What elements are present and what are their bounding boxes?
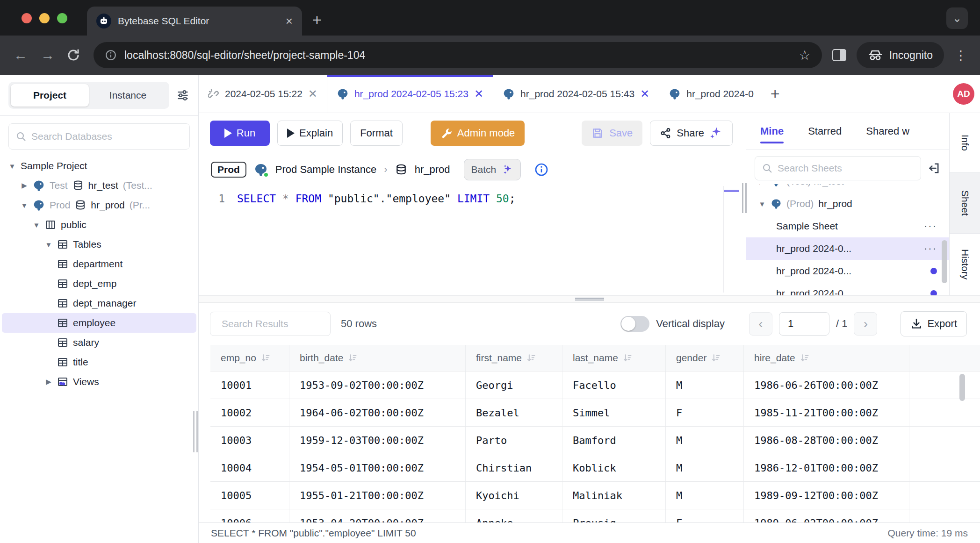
url-text[interactable]: localhost:8080/sql-editor/sheet/project-… xyxy=(124,49,792,62)
sheet-item-4[interactable]: hr_prod 2024-0 xyxy=(746,282,949,295)
vertical-display-toggle[interactable] xyxy=(620,316,649,332)
cell[interactable]: M xyxy=(666,482,744,509)
sheet-tab-unsaved[interactable]: 2024-02-05 15:22 ✕ xyxy=(199,75,327,113)
database-search-input[interactable] xyxy=(31,131,183,142)
sidebar-resize-handle[interactable] xyxy=(193,411,198,452)
caret-down-icon[interactable]: ▼ xyxy=(21,201,28,209)
sort-icon[interactable] xyxy=(261,353,270,363)
sort-icon[interactable] xyxy=(800,353,809,363)
column-header[interactable]: emp_no xyxy=(210,345,289,371)
results-search-input[interactable] xyxy=(222,318,348,329)
tab-history[interactable]: History xyxy=(950,234,980,295)
table-row[interactable]: 10001 1953-09-02T00:00:00Z Georgi Facell… xyxy=(210,372,980,399)
table-scrollbar[interactable] xyxy=(959,374,965,401)
cell[interactable]: 1959-12-03T00:00:00Z xyxy=(289,427,466,454)
cell[interactable]: 1953-09-02T00:00:00Z xyxy=(289,372,466,399)
tree-item-table-salary[interactable]: salary xyxy=(0,333,198,352)
run-button[interactable]: Run xyxy=(210,121,270,146)
tree-item-hr-prod[interactable]: ▼ Prod hr_prod (Pr... xyxy=(0,195,198,215)
caret-down-icon[interactable]: ▼ xyxy=(33,221,40,229)
column-header[interactable]: birth_date xyxy=(289,345,466,371)
tab-info[interactable]: Info xyxy=(950,113,980,173)
zoom-window-button[interactable] xyxy=(57,13,67,23)
tab-search-chevron-icon[interactable]: ⌄ xyxy=(946,7,968,29)
sheet-item-current[interactable]: hr_prod 2024-0... ··· xyxy=(746,237,949,260)
cell[interactable]: 1964-06-02T00:00:00Z xyxy=(289,399,466,426)
tab-starred[interactable]: Starred xyxy=(808,113,842,149)
explain-button[interactable]: Explain xyxy=(277,121,343,146)
sort-icon[interactable] xyxy=(711,353,721,363)
sheet-search-input[interactable] xyxy=(778,163,914,174)
caret-down-icon[interactable]: ▼ xyxy=(45,241,52,249)
tree-item-hr-test[interactable]: ▶ Test hr_test (Test... xyxy=(0,176,198,195)
cell[interactable]: 1986-12-01T00:00:00Z xyxy=(744,454,909,481)
cell[interactable]: Parto xyxy=(466,427,562,454)
window-controls[interactable] xyxy=(22,13,67,23)
page-input[interactable] xyxy=(779,312,829,336)
save-button[interactable]: Save xyxy=(582,121,642,146)
admin-mode-button[interactable]: Admin mode xyxy=(431,121,525,146)
cell[interactable]: Bezalel xyxy=(466,399,562,426)
sheet-tab-4[interactable]: hr_prod 2024-0 xyxy=(659,75,763,113)
cell[interactable]: 10001 xyxy=(210,372,289,399)
close-window-button[interactable] xyxy=(22,13,32,23)
close-sheet-icon[interactable]: ✕ xyxy=(640,87,649,100)
cell[interactable]: Kyoichi xyxy=(466,482,562,509)
tree-item-schema-public[interactable]: ▼ public xyxy=(0,215,198,235)
cell[interactable]: 10006 xyxy=(210,509,289,522)
cell[interactable]: 1985-11-21T00:00:00Z xyxy=(744,399,909,426)
table-row[interactable]: 10006 1953-04-20T00:00:00Z Anneke Preusi… xyxy=(210,509,980,522)
column-header[interactable]: hire_date xyxy=(744,345,909,371)
table-row[interactable]: 10002 1964-06-02T00:00:00Z Bezalel Simme… xyxy=(210,399,980,427)
minimize-window-button[interactable] xyxy=(39,13,50,23)
side-panel-icon[interactable] xyxy=(832,49,846,61)
cell[interactable]: 1989-06-02T00:00:00Z xyxy=(744,509,909,522)
database-search[interactable] xyxy=(8,123,190,150)
column-header[interactable]: gender xyxy=(666,345,744,371)
editor-minimap[interactable] xyxy=(723,186,739,293)
sheet-search[interactable] xyxy=(755,156,921,180)
info-icon[interactable] xyxy=(534,162,549,177)
close-sheet-icon[interactable]: ✕ xyxy=(308,87,317,100)
caret-down-icon[interactable]: ▼ xyxy=(8,162,16,170)
cell[interactable]: Georgi xyxy=(466,372,562,399)
cell[interactable]: 1989-09-12T00:00:00Z xyxy=(744,482,909,509)
cell[interactable]: Bamford xyxy=(562,427,666,454)
cell[interactable]: Preusig xyxy=(562,509,666,522)
table-row[interactable]: 10004 1954-05-01T00:00:00Z Chirstian Kob… xyxy=(210,454,980,482)
column-header[interactable]: last_name xyxy=(562,345,666,371)
results-splitter[interactable] xyxy=(199,295,980,303)
cell[interactable]: 1953-04-20T00:00:00Z xyxy=(289,509,466,522)
results-search[interactable] xyxy=(210,312,331,336)
cell[interactable]: 10002 xyxy=(210,399,289,426)
tab-mine[interactable]: Mine xyxy=(760,113,784,149)
add-sheet-icon[interactable]: + xyxy=(763,85,787,103)
cell[interactable]: M xyxy=(666,454,744,481)
sql-code[interactable]: SELECT * FROM "public"."employee" LIMIT … xyxy=(237,193,516,205)
tree-item-project[interactable]: ▼ Sample Project xyxy=(0,156,198,176)
sheet-tab-active[interactable]: hr_prod 2024-02-05 15:23 ✕ xyxy=(327,75,493,113)
sheet-list-scrollbar[interactable] xyxy=(942,240,947,283)
cell[interactable]: Facello xyxy=(562,372,666,399)
sheet-group-prod[interactable]: ▼ (Prod) hr_prod xyxy=(746,193,949,215)
sheet-group-test[interactable]: ▶ (Test) hr_test xyxy=(746,184,949,193)
tree-item-table-dept-manager[interactable]: dept_manager xyxy=(0,293,198,313)
tree-group-views[interactable]: ▶ Views xyxy=(0,372,198,392)
caret-right-icon[interactable]: ▶ xyxy=(758,184,766,186)
more-icon[interactable]: ··· xyxy=(924,220,937,232)
close-browser-tab-icon[interactable]: × xyxy=(286,15,293,27)
sort-icon[interactable] xyxy=(526,353,536,363)
back-icon[interactable]: ← xyxy=(12,47,29,63)
cell[interactable]: Maliniak xyxy=(562,482,666,509)
tree-item-table-dept-emp[interactable]: dept_emp xyxy=(0,274,198,293)
cell[interactable]: 10005 xyxy=(210,482,289,509)
close-sheet-icon[interactable]: ✕ xyxy=(474,87,483,100)
url-bar[interactable]: localhost:8080/sql-editor/sheet/project-… xyxy=(94,42,822,68)
more-icon[interactable]: ··· xyxy=(924,243,937,255)
next-page-button[interactable]: › xyxy=(854,312,877,336)
cell[interactable]: Koblick xyxy=(562,454,666,481)
new-browser-tab-button[interactable]: + xyxy=(312,11,322,29)
filter-icon[interactable] xyxy=(176,89,190,102)
caret-right-icon[interactable]: ▶ xyxy=(45,378,52,386)
sheet-item-sample[interactable]: Sample Sheet ··· xyxy=(746,215,949,237)
